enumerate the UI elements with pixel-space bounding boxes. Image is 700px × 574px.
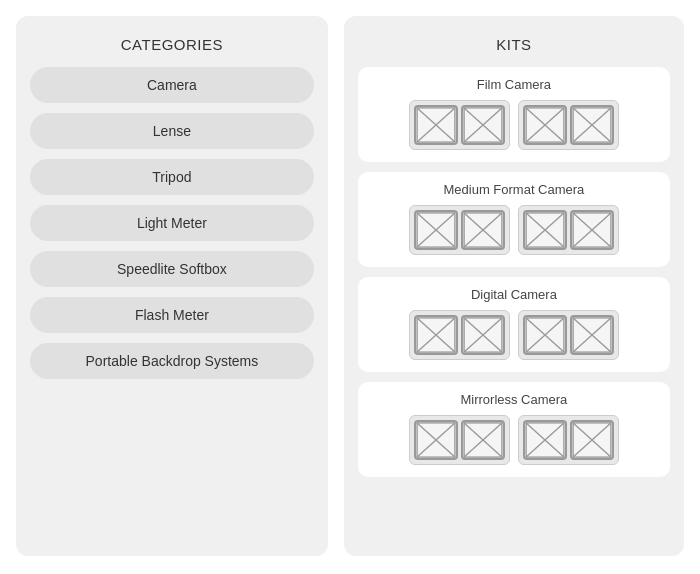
category-item-tripod[interactable]: Tripod bbox=[30, 159, 314, 195]
category-item-camera[interactable]: Camera bbox=[30, 67, 314, 103]
categories-panel: CATEGORIES Camera Lense Tripod Light Met… bbox=[16, 16, 328, 556]
kit-section-mirrorless: Mirrorless Camera bbox=[358, 382, 670, 477]
image-placeholder bbox=[414, 315, 458, 355]
kit-image-group-6[interactable] bbox=[518, 310, 619, 360]
category-item-flash-meter[interactable]: Flash Meter bbox=[30, 297, 314, 333]
image-placeholder bbox=[523, 315, 567, 355]
main-container: CATEGORIES Camera Lense Tripod Light Met… bbox=[0, 0, 700, 574]
kit-title-mirrorless: Mirrorless Camera bbox=[370, 392, 658, 407]
kit-title-digital: Digital Camera bbox=[370, 287, 658, 302]
kit-image-group-7[interactable] bbox=[409, 415, 510, 465]
kit-title-medium: Medium Format Camera bbox=[370, 182, 658, 197]
image-placeholder bbox=[414, 420, 458, 460]
kit-image-group-5[interactable] bbox=[409, 310, 510, 360]
categories-title: CATEGORIES bbox=[30, 28, 314, 67]
kit-images-digital bbox=[370, 310, 658, 360]
category-item-lense[interactable]: Lense bbox=[30, 113, 314, 149]
kit-image-group-8[interactable] bbox=[518, 415, 619, 465]
kit-images-film bbox=[370, 100, 658, 150]
kit-image-group-1[interactable] bbox=[409, 100, 510, 150]
kits-title: KITS bbox=[358, 28, 670, 67]
image-placeholder bbox=[461, 315, 505, 355]
category-item-speedlite[interactable]: Speedlite Softbox bbox=[30, 251, 314, 287]
image-placeholder bbox=[523, 210, 567, 250]
kit-images-medium bbox=[370, 205, 658, 255]
image-placeholder bbox=[414, 210, 458, 250]
category-item-light-meter[interactable]: Light Meter bbox=[30, 205, 314, 241]
kit-image-group-2[interactable] bbox=[518, 100, 619, 150]
category-item-backdrop[interactable]: Portable Backdrop Systems bbox=[30, 343, 314, 379]
image-placeholder bbox=[570, 210, 614, 250]
kit-image-group-4[interactable] bbox=[518, 205, 619, 255]
image-placeholder bbox=[570, 105, 614, 145]
image-placeholder bbox=[461, 420, 505, 460]
kit-section-digital: Digital Camera bbox=[358, 277, 670, 372]
image-placeholder bbox=[523, 420, 567, 460]
kit-section-film: Film Camera bbox=[358, 67, 670, 162]
kits-panel: KITS Film Camera bbox=[344, 16, 684, 556]
image-placeholder bbox=[461, 105, 505, 145]
kit-section-medium: Medium Format Camera bbox=[358, 172, 670, 267]
image-placeholder bbox=[570, 315, 614, 355]
image-placeholder bbox=[523, 105, 567, 145]
kit-images-mirrorless bbox=[370, 415, 658, 465]
image-placeholder bbox=[414, 105, 458, 145]
image-placeholder bbox=[461, 210, 505, 250]
kit-image-group-3[interactable] bbox=[409, 205, 510, 255]
kit-title-film: Film Camera bbox=[370, 77, 658, 92]
image-placeholder bbox=[570, 420, 614, 460]
